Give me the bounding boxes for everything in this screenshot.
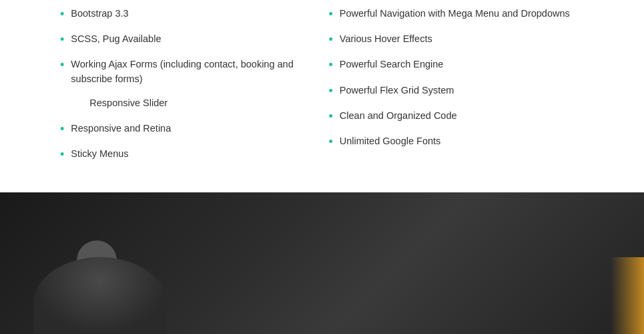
- bullet-icon: •: [329, 83, 333, 100]
- orange-accent: [611, 257, 644, 334]
- feature-item-sticky-menus: •Sticky Menus: [60, 147, 316, 163]
- bullet-icon: •: [60, 121, 64, 138]
- feature-text: Responsive and Retina: [71, 122, 171, 136]
- feature-text: Responsive Slider: [89, 96, 168, 111]
- page-wrapper: •Bootstrap 3.3•SCSS, Pug Available•Worki…: [0, 0, 644, 334]
- features-section: •Bootstrap 3.3•SCSS, Pug Available•Worki…: [0, 0, 644, 192]
- bullet-icon: •: [329, 134, 333, 150]
- bullet-icon: •: [329, 57, 333, 73]
- feature-text: Various Hover Effects: [340, 32, 432, 47]
- left-feature-list: •Bootstrap 3.3•SCSS, Pug Available•Worki…: [60, 7, 316, 163]
- feature-item-clean-code: •Clean and Organized Code: [329, 109, 585, 125]
- features-columns: •Bootstrap 3.3•SCSS, Pug Available•Worki…: [53, 7, 591, 172]
- feature-text: SCSS, Pug Available: [71, 32, 161, 47]
- feature-text: Powerful Search Engine: [340, 57, 444, 72]
- right-feature-list: •Powerful Navigation with Mega Menu and …: [329, 7, 585, 150]
- bullet-icon: •: [329, 6, 333, 23]
- feature-item-responsive-retina: •Responsive and Retina: [60, 122, 316, 138]
- feature-item-scss: •SCSS, Pug Available: [60, 32, 316, 48]
- bullet-icon: •: [60, 6, 64, 23]
- feature-text: Unlimited Google Fonts: [340, 134, 441, 149]
- feature-text: Powerful Flex Grid System: [340, 84, 454, 98]
- bullet-icon: •: [329, 31, 333, 48]
- bullet-icon: •: [60, 146, 64, 163]
- feature-text: Working Ajax Forms (including contact, b…: [71, 57, 315, 87]
- feature-text: Sticky Menus: [71, 147, 128, 162]
- feature-item-bootstrap: •Bootstrap 3.3: [60, 7, 316, 23]
- bullet-icon: •: [60, 31, 64, 48]
- feature-item-flex-grid: •Powerful Flex Grid System: [329, 84, 585, 100]
- feature-text: Clean and Organized Code: [340, 109, 457, 124]
- feature-item-ajax-forms: •Working Ajax Forms (including contact, …: [60, 57, 316, 87]
- feature-item-hover-effects: •Various Hover Effects: [329, 32, 585, 48]
- feature-item-google-fonts: •Unlimited Google Fonts: [329, 134, 585, 150]
- left-column: •Bootstrap 3.3•SCSS, Pug Available•Worki…: [53, 7, 322, 172]
- bullet-icon: •: [329, 108, 333, 125]
- feature-item-search-engine: •Powerful Search Engine: [329, 57, 585, 73]
- feature-item-responsive-slider: •Responsive Slider: [60, 96, 316, 112]
- dark-section: [0, 192, 644, 334]
- feature-item-navigation: •Powerful Navigation with Mega Menu and …: [329, 7, 585, 23]
- right-column: •Powerful Navigation with Mega Menu and …: [322, 7, 591, 172]
- feature-text: Powerful Navigation with Mega Menu and D…: [340, 7, 570, 21]
- bullet-icon: •: [60, 57, 64, 73]
- feature-text: Bootstrap 3.3: [71, 7, 128, 21]
